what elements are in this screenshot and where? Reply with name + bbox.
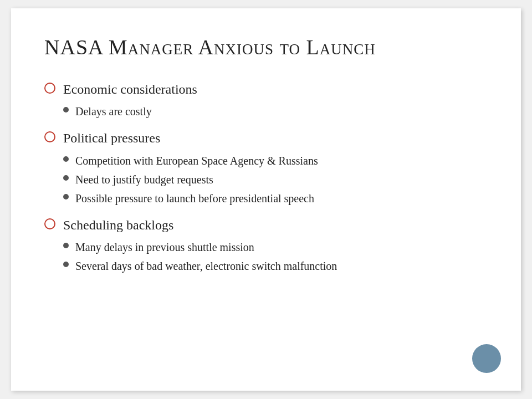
bullet-level2-text: Many delays in previous shuttle mission	[75, 239, 254, 255]
list-item: Possible pressure to launch before presi…	[63, 191, 488, 206]
bullet-level2-text: Possible pressure to launch before presi…	[75, 191, 314, 206]
bullet-level1-text: Economic considerations	[63, 80, 197, 98]
slide-title: NASA Manager Anxious to Launch	[44, 35, 488, 59]
sub-bullet-group: Competition with European Space Agency &…	[63, 153, 488, 209]
decorative-circle	[472, 344, 501, 373]
list-item: Many delays in previous shuttle mission	[63, 239, 488, 255]
sub-bullet-dot-icon	[63, 156, 69, 162]
bullet-level2-text: Competition with European Space Agency &…	[75, 153, 318, 168]
slide-content: Economic considerations Delays are costl…	[44, 77, 488, 364]
sub-bullet-dot-icon	[63, 107, 69, 112]
bullet-circle-icon	[44, 83, 55, 94]
bullet-level2-text: Need to justify budget requests	[75, 172, 213, 187]
sub-bullet-group: Delays are costly	[63, 104, 488, 122]
list-item: Need to justify budget requests	[63, 172, 488, 187]
sub-bullet-dot-icon	[63, 194, 69, 200]
list-item: Several days of bad weather, electronic …	[63, 258, 488, 274]
bullet-level2-text: Several days of bad weather, electronic …	[75, 258, 337, 274]
sub-bullet-dot-icon	[63, 175, 69, 181]
sub-bullet-dot-icon	[63, 262, 69, 267]
slide: NASA Manager Anxious to Launch Economic …	[11, 8, 521, 391]
sub-bullet-dot-icon	[63, 243, 69, 248]
bullet-level1-text: Scheduling backlogs	[63, 216, 173, 234]
bullet-circle-icon	[44, 218, 55, 229]
bullet-level2-text: Delays are costly	[75, 104, 152, 119]
list-item: Scheduling backlogs	[44, 216, 488, 234]
list-item: Economic considerations	[44, 80, 488, 98]
bullet-level1-text: Political pressures	[63, 129, 160, 147]
bullet-circle-icon	[44, 131, 55, 142]
list-item: Political pressures	[44, 129, 488, 147]
sub-bullet-group: Many delays in previous shuttle mission …	[63, 239, 488, 277]
list-item: Competition with European Space Agency &…	[63, 153, 488, 168]
list-item: Delays are costly	[63, 104, 488, 119]
